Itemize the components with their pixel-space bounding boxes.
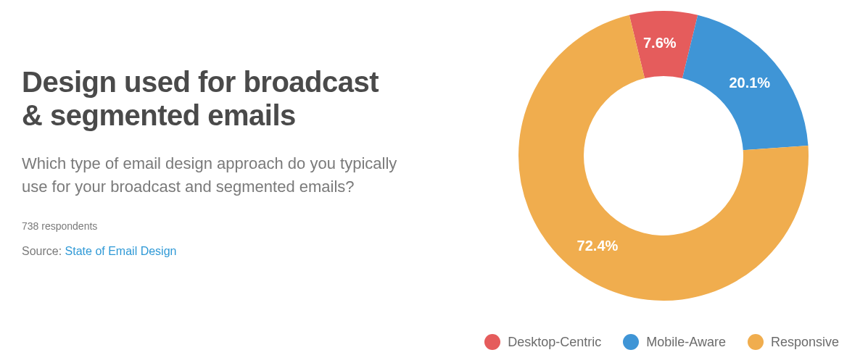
- chart-question: Which type of email design approach do y…: [22, 152, 421, 199]
- donut-chart: 7.6%20.1%72.4%: [515, 7, 812, 304]
- legend-label: Responsive: [771, 335, 839, 350]
- chart-title-line1: Design used for broadcast: [22, 66, 379, 98]
- source-label: Source:: [22, 245, 65, 257]
- legend-dot: [484, 334, 500, 350]
- legend-item: Responsive: [748, 334, 839, 350]
- legend-item: Mobile-Aware: [623, 334, 726, 350]
- donut-slice-label: 7.6%: [643, 35, 677, 51]
- respondent-count: 738 respondents: [22, 220, 421, 232]
- source-line: Source: State of Email Design: [22, 245, 421, 258]
- donut-slice-label: 72.4%: [577, 238, 619, 254]
- legend-dot: [623, 334, 639, 350]
- legend-label: Desktop-Centric: [508, 335, 601, 350]
- chart-title: Design used for broadcast & segmented em…: [22, 65, 421, 132]
- legend-label: Mobile-Aware: [646, 335, 726, 350]
- donut-slice-label: 20.1%: [729, 75, 770, 91]
- source-link[interactable]: State of Email Design: [65, 245, 177, 257]
- legend-dot: [748, 334, 764, 350]
- chart-legend: Desktop-CentricMobile-AwareResponsive: [484, 334, 839, 350]
- chart-title-line2: & segmented emails: [22, 99, 296, 131]
- legend-item: Desktop-Centric: [484, 334, 601, 350]
